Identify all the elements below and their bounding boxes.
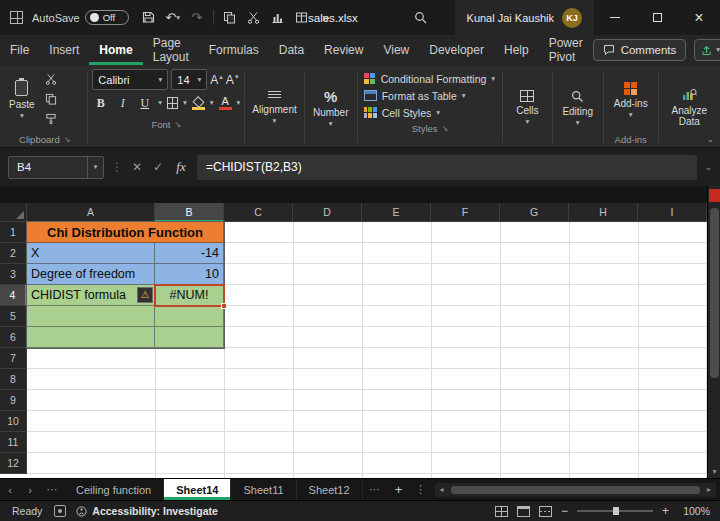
collapse-ribbon-icon[interactable]: ⌄ <box>706 134 714 144</box>
scroll-left-icon[interactable]: ◂ <box>435 485 449 494</box>
copy-button[interactable] <box>40 90 62 108</box>
tab-data[interactable]: Data <box>269 35 314 65</box>
copy-icon[interactable] <box>218 6 242 30</box>
clipboard-group-label[interactable]: Clipboard ↘ <box>4 132 85 147</box>
row-header-3[interactable]: 3 <box>0 264 27 285</box>
tab-review[interactable]: Review <box>314 35 373 65</box>
conditional-formatting-button[interactable]: Conditional Formatting ▾ <box>360 70 501 87</box>
share-button[interactable]: ▾ <box>694 39 720 61</box>
borders-icon[interactable] <box>167 97 178 109</box>
tab-power-pivot[interactable]: Power Pivot <box>539 35 593 65</box>
row-header-11[interactable]: 11 <box>0 432 27 453</box>
cell-styles-button[interactable]: Cell Styles ▾ <box>360 104 501 121</box>
tab-home[interactable]: Home <box>89 35 142 65</box>
close-button[interactable]: × <box>678 0 720 35</box>
font-size-select[interactable]: 14 ▾ <box>171 69 207 90</box>
horizontal-scroll-thumb[interactable] <box>451 486 700 494</box>
paste-button[interactable]: Paste ▾ <box>4 68 40 130</box>
styles-dialog-launcher-icon[interactable]: ↘ <box>442 124 449 133</box>
new-sheet-button[interactable]: + <box>387 482 411 497</box>
zoom-in-icon[interactable]: + <box>662 504 669 518</box>
font-color-dropdown-icon[interactable]: ▾ <box>237 100 241 106</box>
row-header-9[interactable]: 9 <box>0 390 27 411</box>
zoom-out-icon[interactable]: − <box>561 504 568 518</box>
column-header-e[interactable]: E <box>362 203 431 222</box>
undo-icon[interactable]: ↶▾ <box>161 6 185 30</box>
increase-font-size-button[interactable]: A▴ <box>210 73 223 87</box>
chart-icon[interactable] <box>266 6 290 30</box>
row-header-10[interactable]: 10 <box>0 411 27 432</box>
macro-record-icon[interactable] <box>54 505 66 517</box>
row-header-7[interactable]: 7 <box>0 348 27 369</box>
row-header-2[interactable]: 2 <box>0 243 27 264</box>
formula-input[interactable]: =CHIDIST(B2,B3) <box>197 155 697 180</box>
collapse-formula-bar-icon[interactable]: ⌄ <box>704 162 712 172</box>
column-header-a[interactable]: A <box>27 203 155 222</box>
row-header-12[interactable]: 12 <box>0 453 27 474</box>
cell-b2[interactable]: -14 <box>155 243 224 264</box>
underline-button[interactable]: U <box>136 94 153 112</box>
underline-dropdown-icon[interactable]: ▾ <box>158 100 162 106</box>
vertical-scroll-thumb[interactable] <box>710 208 719 378</box>
tab-developer[interactable]: Developer <box>419 35 494 65</box>
insert-function-button[interactable]: fx <box>172 159 190 175</box>
zoom-slider[interactable] <box>577 510 653 512</box>
font-group-label[interactable]: Font ↘ <box>90 117 242 132</box>
tab-insert[interactable]: Insert <box>39 35 89 65</box>
number-button[interactable]: % Number ▾ <box>307 68 355 147</box>
save-icon[interactable] <box>137 6 161 30</box>
font-dialog-launcher-icon[interactable]: ↘ <box>174 120 181 129</box>
cell-a3[interactable]: Degree of freedom <box>27 264 155 285</box>
cell-a2[interactable]: X <box>27 243 155 264</box>
alignment-button[interactable]: Alignment ▾ <box>247 68 301 147</box>
search-icon[interactable] <box>414 11 427 24</box>
addins-button[interactable]: Add-ins ▾ <box>606 68 656 132</box>
fill-color-button[interactable] <box>192 97 205 110</box>
zoom-level[interactable]: 100% <box>678 505 710 517</box>
error-checking-button[interactable]: ⚠ <box>137 287 153 303</box>
styles-group-label[interactable]: Styles ↘ <box>360 121 501 136</box>
column-header-h[interactable]: H <box>569 203 638 222</box>
scroll-up-flag[interactable] <box>709 189 720 202</box>
zoom-slider-thumb[interactable] <box>613 507 619 515</box>
cell-b6[interactable] <box>155 327 224 348</box>
row-header-8[interactable]: 8 <box>0 369 27 390</box>
bold-button[interactable]: B <box>92 94 109 112</box>
cell-a5[interactable] <box>27 306 155 327</box>
sheet-nav-next-icon[interactable]: › <box>20 484 40 496</box>
font-color-button[interactable]: A <box>219 96 232 110</box>
column-header-d[interactable]: D <box>293 203 362 222</box>
row-header-4[interactable]: 4 <box>0 285 27 306</box>
accessibility-status[interactable]: Accessibility: Investigate <box>76 505 217 517</box>
confirm-entry-icon[interactable]: ✓ <box>151 160 165 174</box>
cancel-entry-icon[interactable]: ✕ <box>130 160 144 174</box>
vertical-scrollbar[interactable]: ▾ <box>707 186 720 478</box>
fill-color-dropdown-icon[interactable]: ▾ <box>210 100 214 106</box>
cut-button[interactable] <box>40 70 62 88</box>
clipboard-dialog-launcher-icon[interactable]: ↘ <box>64 135 71 144</box>
maximize-button[interactable] <box>636 0 678 35</box>
page-break-preview-icon[interactable] <box>539 506 552 517</box>
column-header-g[interactable]: G <box>500 203 569 222</box>
sheet-tab-sheet11[interactable]: Sheet11 <box>231 479 296 500</box>
page-layout-view-icon[interactable] <box>517 506 530 517</box>
format-as-table-button[interactable]: Format as Table ▾ <box>360 87 501 104</box>
cell-a6[interactable] <box>27 327 155 348</box>
column-header-c[interactable]: C <box>224 203 293 222</box>
more-sheets-ellipsis-icon[interactable]: ⋯ <box>363 483 387 496</box>
cell-a1-merged[interactable]: Chi Distribution Function <box>27 222 224 243</box>
scroll-down-icon[interactable]: ▾ <box>708 467 720 476</box>
redo-icon[interactable]: ↷ <box>185 6 209 30</box>
cells-area[interactable]: Chi Distribution Function X -14 Degree o… <box>27 222 707 478</box>
autosave-toggle[interactable]: Off <box>85 10 129 25</box>
fill-handle[interactable] <box>221 303 227 309</box>
undo-dropdown-icon[interactable]: ▾ <box>176 15 180 21</box>
row-header-1[interactable]: 1 <box>0 222 27 243</box>
decrease-font-size-button[interactable]: A▾ <box>226 73 239 87</box>
cell-b5[interactable] <box>155 306 224 327</box>
tab-file[interactable]: File <box>0 35 39 65</box>
normal-view-icon[interactable] <box>495 506 508 517</box>
italic-button[interactable]: I <box>114 94 131 112</box>
column-header-i[interactable]: I <box>638 203 707 222</box>
sheet-tab-sheet14-active[interactable]: Sheet14 <box>164 479 231 500</box>
